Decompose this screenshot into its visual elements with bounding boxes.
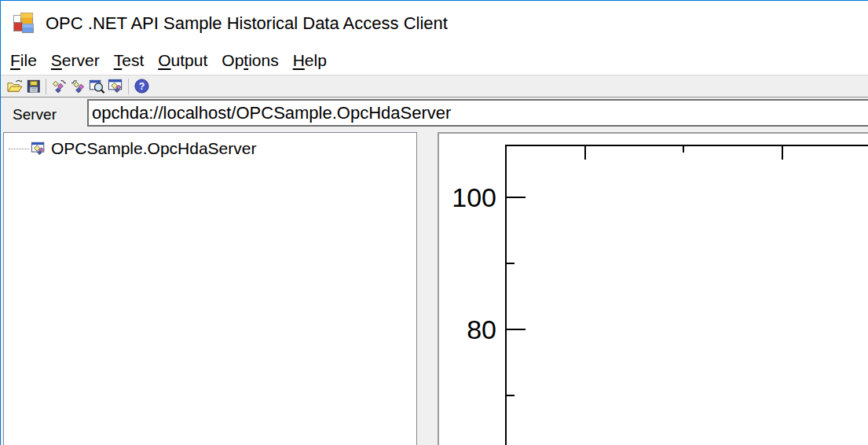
y-axis-label: 100 [439,182,496,213]
window-title: OPC .NET API Sample Historical Data Acce… [46,13,448,34]
toolbar-separator [46,79,46,94]
server-properties-button[interactable] [106,77,125,96]
connect-server-icon [51,78,68,94]
y-axis-tick-major [507,197,526,198]
x-axis-line [505,145,868,146]
server-tree-panel: OPCSample.OpcHdaServer [3,132,417,445]
server-window-icon [108,78,124,94]
plot-area: 10080 [439,134,868,445]
menu-server[interactable]: Server [44,51,107,70]
server-address-input[interactable] [87,99,868,127]
server-window-icon [30,141,47,156]
connect-button[interactable] [49,77,68,96]
app-icon [10,10,37,37]
y-axis-tick-major [507,329,526,330]
server-row: Server [1,97,868,129]
chart-panel: 10080 [438,132,868,445]
x-axis-tick-major [584,146,586,160]
server-field-label: Server [13,106,57,123]
svg-text:?: ? [138,81,145,92]
menu-test[interactable]: Test [107,51,152,70]
tree-node-label: OPCSample.OpcHdaServer [51,139,256,158]
save-icon [25,78,42,94]
menu-bar: File Server Test Output Options Help [1,46,868,75]
help-icon: ? [134,78,150,94]
browse-button[interactable] [87,77,106,96]
disconnect-server-icon [70,78,86,94]
panel-splitter[interactable] [418,132,437,445]
tool-bar: ? [1,75,868,97]
y-axis-tick-minor [507,395,515,396]
menu-output[interactable]: Output [151,51,214,70]
main-area: OPCSample.OpcHdaServer 10080 [1,129,868,445]
folder-open-icon [6,78,23,94]
menu-help[interactable]: Help [286,51,334,70]
app-window: OPC .NET API Sample Historical Data Acce… [0,0,868,445]
open-button[interactable] [5,77,24,96]
title-bar: OPC .NET API Sample Historical Data Acce… [1,1,868,46]
y-axis-tick-minor [507,263,515,264]
menu-file[interactable]: File [3,51,44,70]
tree-node-server[interactable]: OPCSample.OpcHdaServer [4,138,256,159]
browse-server-icon [89,78,105,94]
y-axis-label: 80 [439,314,496,345]
toolbar-separator [128,79,129,94]
menu-options[interactable]: Options [214,51,285,70]
save-button[interactable] [24,77,42,96]
help-button[interactable]: ? [132,77,151,96]
disconnect-button[interactable] [68,77,87,96]
x-axis-tick-major [782,146,783,160]
tree-connector-line [9,149,29,149]
y-axis-line [505,145,507,445]
x-axis-tick-minor [683,146,684,153]
